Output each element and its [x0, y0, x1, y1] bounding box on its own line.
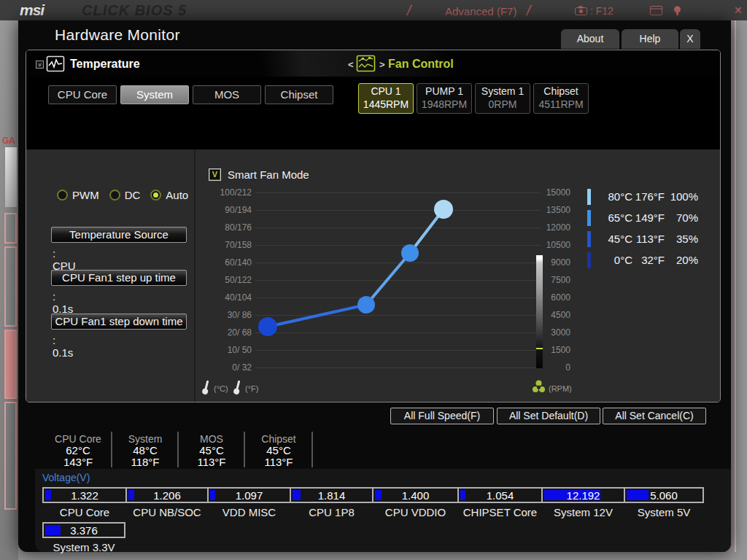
voltage-value: 5.060: [625, 489, 703, 502]
curve-color-bar: [587, 210, 591, 226]
fan-tab-chipset[interactable]: Chipset4511RPM: [533, 83, 589, 114]
voltage-gauge-system-3-3v: 3.376System 3.3V: [42, 522, 124, 538]
curve-color-bar: [587, 231, 591, 247]
radio-icon: [57, 190, 68, 201]
curve-table-row: 80°C176°F100%: [587, 186, 698, 207]
bios-side-tile: [5, 147, 17, 207]
prev-section-arrow[interactable]: <: [348, 59, 354, 70]
all-set-cancel-c-button[interactable]: All Set Cancel(C): [603, 408, 706, 424]
bios-side-box: [4, 402, 17, 510]
cpu-fan1-step-down-time-value: : 0.1s: [53, 334, 73, 359]
close-button[interactable]: X: [680, 29, 700, 49]
curve-percent: 20%: [665, 254, 698, 266]
celsius-axis-label: (°C): [214, 384, 228, 393]
fan-curve-point-4[interactable]: [434, 200, 453, 219]
rpm-axis-label: (RPM): [549, 384, 572, 393]
readout-celsius: 48°C: [113, 445, 177, 456]
current-rpm-marker: [536, 348, 543, 349]
readout-divider: [311, 432, 313, 467]
voltage-title: Voltage(V): [42, 472, 90, 483]
fan-tabs: CPU 11445RPMPUMP 11948RPMSystem 10RPMChi…: [358, 83, 589, 114]
voltage-gauge-cpu-nb-soc: 1.206CPU NB/SOC: [125, 487, 207, 503]
curve-temp-f: 113°F: [632, 233, 665, 245]
readout-chipset: Chipset45°C113°F: [247, 433, 311, 468]
curve-color-bar: [587, 189, 591, 205]
fan-curve-point-3[interactable]: [401, 244, 419, 262]
curve-temp-f: 176°F: [632, 190, 665, 203]
fan-mode-auto[interactable]: Auto: [150, 189, 188, 201]
fan-curve-point-2[interactable]: [357, 296, 375, 314]
readout-celsius: 45°C: [247, 445, 311, 456]
curve-table-row: 45°C113°F35%: [587, 228, 698, 249]
fan-mode-dc[interactable]: DC: [109, 189, 141, 201]
rpm-axis-tick: 6000: [544, 292, 570, 303]
msi-logo: msi: [20, 1, 44, 19]
cpu-fan1-step-up-time-button[interactable]: CPU Fan1 step up time: [51, 270, 187, 286]
fan-mode-pwm[interactable]: PWM: [57, 189, 99, 201]
close-bios-icon: ✕: [734, 4, 743, 16]
help-button[interactable]: Help: [622, 29, 678, 49]
decor-slash: [526, 4, 533, 15]
curve-temp-c: 65°C: [595, 211, 632, 224]
bios-right-strip: [731, 20, 747, 560]
panel-divider: [194, 149, 196, 402]
cpu-fan1-step-down-time-button[interactable]: CPU Fan1 step down time: [51, 314, 187, 330]
curve-temp-c: 0°C: [595, 254, 632, 266]
readout-divider: [177, 432, 179, 467]
fan-tab-rpm: 1445RPM: [359, 98, 413, 111]
dialog-title: Hardware Monitor: [55, 26, 180, 44]
fan-rpm-icon: [532, 380, 546, 394]
fan-control-section-label: Fan Control: [388, 58, 454, 71]
voltage-gauge-cpu-1p8: 1.814CPU 1P8: [290, 487, 372, 503]
about-button[interactable]: About: [561, 29, 619, 49]
temperature-tab-cpu-core[interactable]: CPU Core: [48, 85, 117, 104]
bell-icon: [673, 5, 682, 16]
curve-table-row: 0°C32°F20%: [587, 249, 698, 271]
all-set-default-d-button[interactable]: All Set Default(D): [497, 408, 600, 424]
rpm-axis-tick: 13500: [544, 205, 570, 215]
rpm-axis-tick: 12000: [544, 222, 570, 233]
fan-tab-pump-1[interactable]: PUMP 11948RPM: [417, 83, 472, 114]
screen: msi CLICK BIOS 5 Advanced (F7) : F12 ✕ G…: [0, 0, 747, 560]
fan-curve-point-1[interactable]: [258, 317, 277, 336]
voltage-rail-end: [703, 487, 704, 503]
bios-right-accent: [735, 20, 736, 552]
fan-curve-segment: [268, 305, 366, 327]
fan-tab-cpu-1[interactable]: CPU 11445RPM: [358, 83, 414, 114]
readout-fahrenheit: 118°F: [113, 456, 177, 468]
voltage-value: 1.097: [209, 489, 290, 502]
temperature-tab-system[interactable]: System: [120, 85, 189, 104]
readout-label: CPU Core: [46, 433, 110, 445]
fan-tab-rpm: 4511RPM: [534, 98, 588, 111]
voltage-value: 1.322: [44, 489, 125, 502]
voltage-value: 1.054: [459, 489, 541, 502]
voltage-gauge-cpu-vddio: 1.400CPU VDDIO: [372, 487, 457, 503]
all-full-speed-f-button[interactable]: All Full Speed(F): [390, 408, 494, 424]
voltage-gauge-vdd-misc: 1.097VDD MISC: [207, 487, 290, 503]
rpm-axis-tick: 7500: [544, 275, 570, 285]
readout-fahrenheit: 113°F: [247, 456, 311, 468]
temperature-section-label: Temperature: [70, 58, 140, 71]
collapse-box-icon[interactable]: v: [36, 61, 44, 69]
curve-percent: 100%: [665, 190, 698, 203]
screenshot-hotkey-label: : F12: [590, 5, 614, 17]
readout-system: System48°C118°F: [113, 433, 177, 468]
radio-label: PWM: [72, 189, 99, 201]
temperature-tab-chipset[interactable]: Chipset: [265, 85, 333, 104]
readout-celsius: 45°C: [179, 445, 244, 456]
readout-label: MOS: [179, 433, 244, 445]
fan-tab-system-1[interactable]: System 10RPM: [475, 83, 530, 114]
next-section-arrow[interactable]: >: [379, 59, 385, 70]
curve-temp-f: 32°F: [632, 254, 665, 266]
smart-fan-checkbox[interactable]: V: [209, 168, 221, 181]
temperature-source-button[interactable]: Temperature Source: [51, 227, 187, 243]
curve-temp-c: 45°C: [595, 233, 632, 245]
radio-label: DC: [125, 189, 141, 201]
readout-label: Chipset: [247, 433, 311, 445]
temperature-tab-mos[interactable]: MOS: [193, 85, 261, 104]
decor-slash: [406, 4, 413, 15]
voltage-value: 1.206: [127, 489, 207, 502]
fan-control-icon: [356, 54, 376, 73]
readout-label: System: [113, 433, 177, 445]
fan-tab-rpm: 1948RPM: [417, 98, 471, 111]
